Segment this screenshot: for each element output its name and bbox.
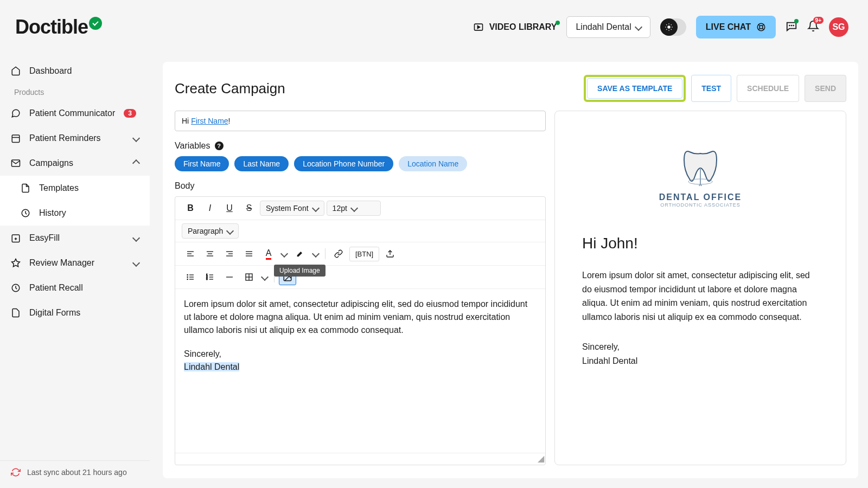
campaign-panel: Create Campaign SAVE AS TEMPLATE TEST SC… [163, 62, 858, 478]
italic-button[interactable]: I [201, 200, 219, 216]
font-family-select[interactable]: System Font [260, 201, 324, 216]
sidebar-item-review-manager[interactable]: Review Manager [0, 251, 150, 275]
preview-column: DENTAL OFFICE ORTHODONTIC ASSOCIATES Hi … [554, 111, 846, 465]
save-as-template-button[interactable]: SAVE AS TEMPLATE [587, 78, 682, 99]
theme-knob [660, 18, 678, 36]
preview-logo: DENTAL OFFICE ORTHODONTIC ASSOCIATES [582, 144, 819, 208]
chevron-down-icon [227, 227, 233, 235]
practice-selector[interactable]: Lindahl Dental [566, 16, 650, 38]
user-avatar[interactable]: SG [829, 17, 848, 37]
sidebar-item-easyfill[interactable]: EasyFill [0, 226, 150, 251]
chip-first-name[interactable]: First Name [175, 156, 229, 171]
bullet-list-button[interactable] [182, 269, 199, 285]
avatar-initials: SG [832, 22, 845, 32]
highlight-save-template: SAVE AS TEMPLATE [584, 75, 686, 102]
chip-last-name[interactable]: Last Name [234, 156, 289, 171]
history-icon [21, 208, 30, 218]
link-button[interactable] [330, 246, 347, 262]
video-library-link[interactable]: VIDEO LIBRARY [473, 22, 557, 33]
text-color-button[interactable]: A [260, 246, 277, 262]
content-columns: Hi First Name! Variables ? First Name La… [175, 111, 846, 465]
editor-body[interactable]: Lorem ipsum dolor sit amet, consectetur … [175, 289, 545, 453]
sidebar-item-patient-recall[interactable]: Patient Recall [0, 275, 150, 300]
theme-toggle[interactable] [660, 18, 686, 36]
greeting-input[interactable]: Hi First Name! [175, 111, 546, 131]
sidebar-item-digital-forms[interactable]: Digital Forms [0, 300, 150, 325]
body-section-label: Body [175, 181, 546, 191]
svg-line-4 [666, 24, 667, 25]
align-left-button[interactable] [182, 246, 199, 262]
upload-button[interactable] [381, 246, 399, 262]
text-color-dropdown[interactable] [279, 246, 289, 262]
align-center-button[interactable] [201, 246, 219, 262]
editor-column: Hi First Name! Variables ? First Name La… [175, 111, 546, 465]
sun-icon [665, 23, 673, 31]
toolbar-row-1: B I U S System Font 12pt [175, 197, 545, 220]
logo[interactable]: Doctible [15, 16, 102, 38]
font-size-select[interactable]: 12pt [327, 201, 381, 216]
svg-line-13 [762, 28, 764, 30]
align-justify-icon [245, 249, 253, 258]
layout: Dashboard Products Patient Communicator … [0, 54, 868, 488]
document-icon [21, 183, 30, 193]
sidebar-item-patient-communicator[interactable]: Patient Communicator 3 [0, 101, 150, 126]
block-format-select[interactable]: Paragraph [182, 223, 239, 239]
svg-point-1 [667, 25, 670, 28]
chevron-down-icon [352, 204, 357, 213]
notifications-button[interactable]: 9+ [807, 20, 819, 34]
sidebar-item-campaigns[interactable]: Campaigns [0, 151, 150, 176]
block-value: Paragraph [188, 227, 223, 235]
highlight-icon [296, 249, 304, 258]
insert-button-button[interactable]: [BTN] [349, 247, 379, 261]
strikethrough-button[interactable]: S [240, 200, 258, 216]
highlight-button[interactable] [291, 246, 309, 262]
table-button[interactable] [240, 269, 258, 285]
variables-label-text: Variables [175, 141, 210, 151]
sidebar-label: EasyFill [29, 233, 60, 243]
svg-line-8 [666, 29, 667, 30]
sync-icon [11, 467, 21, 477]
numbered-list-button[interactable]: 123 [201, 269, 219, 285]
svg-point-42 [187, 277, 188, 277]
chevron-down-icon [133, 233, 139, 243]
help-icon[interactable]: ? [215, 142, 224, 150]
highlight-dropdown[interactable] [311, 246, 321, 262]
svg-point-11 [760, 25, 763, 29]
preview-brand-sub: ORTHODONTIC ASSOCIATES [582, 202, 819, 208]
mail-icon [11, 158, 21, 168]
align-justify-button[interactable] [240, 246, 258, 262]
sidebar-item-dashboard[interactable]: Dashboard [0, 59, 150, 84]
underline-button[interactable]: U [221, 200, 238, 216]
video-library-label: VIDEO LIBRARY [489, 22, 557, 32]
resize-handle-icon[interactable]: ◢ [538, 453, 544, 464]
editor-body-text: Lorem ipsum dolor sit amet, consectetur … [184, 298, 537, 337]
chevron-down-icon [133, 133, 139, 143]
bold-button[interactable]: B [182, 200, 199, 216]
chevron-down-icon [636, 22, 641, 32]
table-dropdown[interactable] [260, 269, 270, 285]
align-right-button[interactable] [221, 246, 238, 262]
svg-marker-26 [12, 259, 20, 267]
sidebar-item-history[interactable]: History [0, 201, 150, 226]
editor-footer: ◢ [175, 453, 545, 465]
chip-location-name[interactable]: Location Name [399, 156, 467, 171]
live-chat-button[interactable]: LIVE CHAT [696, 16, 776, 38]
home-icon [11, 66, 21, 76]
send-button[interactable]: SEND [805, 75, 846, 102]
sidebar-item-patient-reminders[interactable]: Patient Reminders [0, 126, 150, 151]
sidebar-label: Patient Reminders [29, 133, 101, 143]
bullet-list-icon [186, 273, 195, 281]
tooltip-upload-image: Upload Image [274, 265, 326, 277]
chip-location-phone[interactable]: Location Phone Number [294, 156, 393, 171]
test-button[interactable]: TEST [691, 75, 731, 102]
life-ring-icon [756, 22, 766, 32]
sidebar-label: Digital Forms [29, 308, 80, 318]
horizontal-rule-button[interactable] [221, 269, 238, 285]
logo-text: Doctible [15, 16, 88, 38]
sidebar-item-templates[interactable]: Templates [0, 176, 150, 201]
logo-dot-icon [89, 17, 102, 30]
schedule-button[interactable]: SCHEDULE [737, 75, 799, 102]
link-icon [334, 249, 343, 258]
sidebar-label: History [39, 208, 66, 218]
messages-button[interactable] [786, 20, 797, 34]
